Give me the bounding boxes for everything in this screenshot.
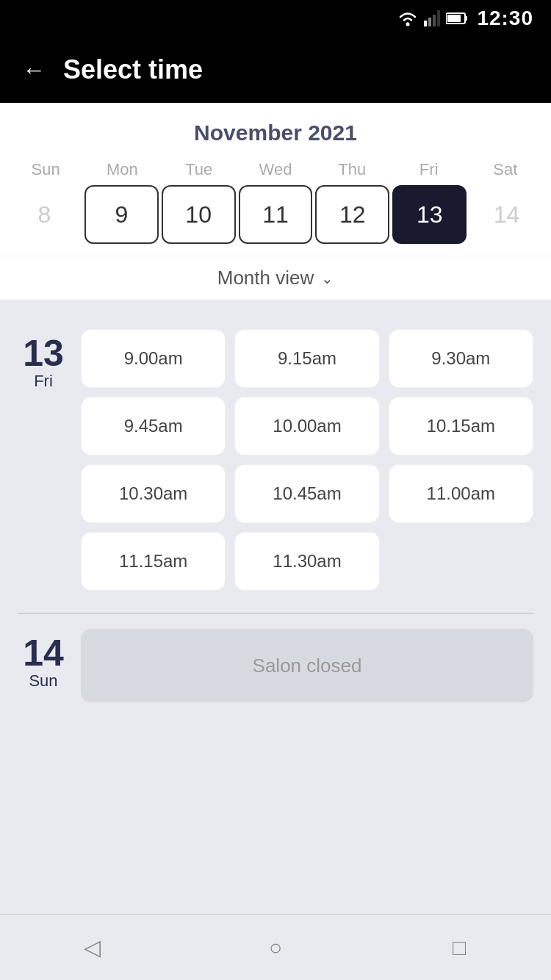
day-number-13: 13: [23, 335, 64, 372]
weekday-tue: Tue: [161, 160, 237, 179]
calendar-days: 8 9 10 11 12 13 14: [0, 185, 551, 244]
svg-rect-6: [465, 16, 467, 21]
weekday-sun: Sun: [7, 160, 84, 179]
weekday-sat: Sat: [467, 160, 544, 179]
day-number-14: 14: [23, 635, 64, 671]
signal-icon: [424, 10, 440, 26]
time-slot-930[interactable]: 9.30am: [389, 329, 533, 388]
day-block-13: 13 Fri 9.00am 9.15am 9.30am 9.45am 10.00…: [0, 314, 551, 613]
svg-rect-4: [437, 10, 440, 26]
weekday-wed: Wed: [237, 160, 314, 179]
weekday-fri: Fri: [390, 160, 467, 179]
time-slot-915[interactable]: 9.15am: [234, 329, 379, 388]
weekday-mon: Mon: [84, 160, 160, 179]
nav-recent-button[interactable]: □: [430, 926, 489, 970]
time-slot-1100[interactable]: 11.00am: [389, 464, 533, 523]
svg-point-0: [406, 23, 410, 26]
back-nav-icon: ◁: [84, 934, 101, 960]
slots-section: 13 Fri 9.00am 9.15am 9.30am 9.45am 10.00…: [0, 300, 551, 914]
weekday-thu: Thu: [314, 160, 390, 179]
page-title: Select time: [63, 54, 203, 85]
svg-rect-1: [424, 21, 427, 26]
battery-icon: [446, 12, 468, 25]
status-icons: [397, 10, 468, 26]
time-slot-1015[interactable]: 10.15am: [389, 397, 533, 455]
time-slots-grid-13: 9.00am 9.15am 9.30am 9.45am 10.00am 10.1…: [81, 329, 533, 591]
salon-closed-block: Salon closed: [81, 629, 533, 702]
day-cell-9[interactable]: 9: [84, 185, 159, 244]
time-slot-1030[interactable]: 10.30am: [81, 464, 226, 523]
day-cell-14[interactable]: 14: [469, 185, 544, 244]
day-label-14: 14 Sun: [18, 629, 69, 702]
day-cell-12[interactable]: 12: [315, 185, 389, 244]
day-name-fri: Fri: [34, 372, 53, 391]
time-slot-1115[interactable]: 11.15am: [81, 532, 226, 591]
calendar-weekdays: Sun Mon Tue Wed Thu Fri Sat: [0, 160, 551, 179]
time-slot-945[interactable]: 9.45am: [81, 397, 226, 455]
month-view-label: Month view: [217, 267, 314, 289]
status-bar: 12:30: [0, 0, 551, 37]
day-cell-10[interactable]: 10: [162, 185, 236, 244]
chevron-down-icon: ⌄: [321, 270, 334, 287]
salon-closed-label: Salon closed: [253, 655, 362, 677]
nav-home-button[interactable]: ○: [246, 926, 305, 970]
day-label-13: 13 Fri: [18, 329, 69, 591]
back-button[interactable]: ←: [22, 57, 46, 84]
day-cell-11[interactable]: 11: [239, 185, 313, 244]
day-cell-13[interactable]: 13: [392, 185, 467, 244]
time-slot-1045[interactable]: 10.45am: [234, 464, 379, 523]
time-slot-1000[interactable]: 10.00am: [234, 397, 379, 455]
day-block-14: 14 Sun Salon closed: [0, 614, 551, 724]
time-slot-1130[interactable]: 11.30am: [234, 532, 379, 591]
time-slot-900[interactable]: 9.00am: [81, 329, 226, 388]
day-cell-8[interactable]: 8: [7, 185, 82, 244]
calendar-month: November 2021: [0, 120, 551, 145]
recent-nav-icon: □: [453, 935, 466, 960]
header: ← Select time: [0, 37, 551, 103]
svg-rect-2: [428, 18, 431, 26]
calendar-section: November 2021 Sun Mon Tue Wed Thu Fri Sa…: [0, 103, 551, 300]
bottom-nav: ◁ ○ □: [0, 914, 551, 980]
month-view-toggle[interactable]: Month view ⌄: [0, 256, 551, 300]
home-nav-icon: ○: [269, 935, 282, 960]
day-name-sun: Sun: [29, 671, 57, 691]
status-time: 12:30: [477, 7, 533, 30]
nav-back-button[interactable]: ◁: [62, 926, 121, 970]
svg-rect-7: [447, 15, 461, 22]
wifi-icon: [397, 10, 418, 26]
svg-rect-3: [433, 15, 436, 26]
